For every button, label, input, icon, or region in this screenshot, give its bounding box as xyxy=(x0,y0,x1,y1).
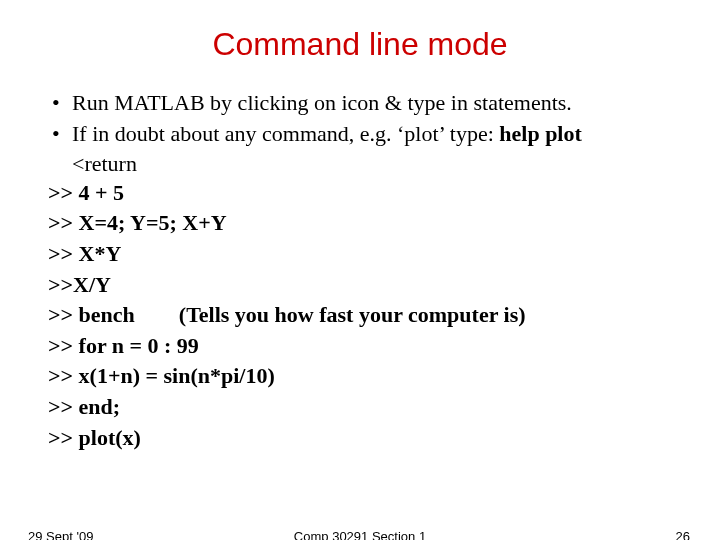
help-plot-bold: help plot xyxy=(499,121,582,146)
bullet-item: Run MATLAB by clicking on icon & type in… xyxy=(52,89,704,118)
footer-page-number: 26 xyxy=(676,529,690,540)
bullet-text: If in doubt about any command, e.g. ‘plo… xyxy=(72,121,499,146)
bullet-item: If in doubt about any command, e.g. ‘plo… xyxy=(52,120,704,149)
bench-cmd: >> bench xyxy=(48,302,135,327)
code-line: >> 4 + 5 xyxy=(48,179,704,208)
slide-title: Command line mode xyxy=(0,26,720,63)
slide-body: Run MATLAB by clicking on icon & type in… xyxy=(0,89,720,452)
footer-course: Comp 30291 Section 1 xyxy=(0,529,720,540)
code-block: >> 4 + 5 >> X=4; Y=5; X+Y >> X*Y >>X/Y >… xyxy=(48,179,704,452)
code-line: >> X=4; Y=5; X+Y xyxy=(48,209,704,238)
code-line: >> x(1+n) = sin(n*pi/10) xyxy=(48,362,704,391)
code-line: >>X/Y xyxy=(48,271,704,300)
bench-note: (Tells you how fast your computer is) xyxy=(179,302,526,327)
code-line: >> X*Y xyxy=(48,240,704,269)
code-line: >> plot(x) xyxy=(48,424,704,453)
bullet-list: Run MATLAB by clicking on icon & type in… xyxy=(24,89,704,148)
slide: Command line mode Run MATLAB by clicking… xyxy=(0,26,720,540)
return-line: <return xyxy=(72,150,704,179)
bench-line: >> bench(Tells you how fast your compute… xyxy=(48,301,704,330)
code-line: >> end; xyxy=(48,393,704,422)
code-line: >> for n = 0 : 99 xyxy=(48,332,704,361)
